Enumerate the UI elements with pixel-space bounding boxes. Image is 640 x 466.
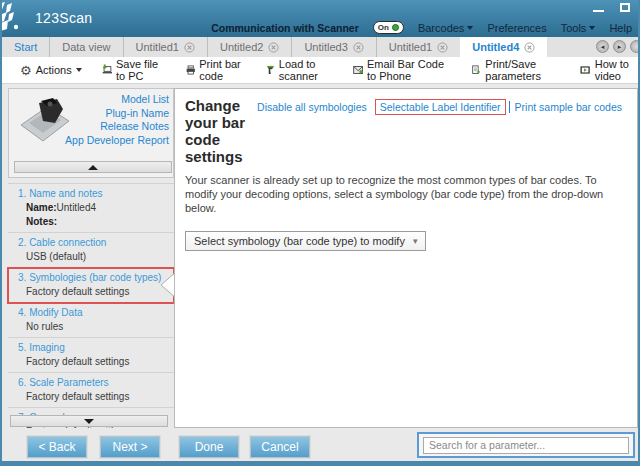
instructions-text: Your scanner is already set up to recogn… [185,173,625,215]
toggle-on-label: On [378,23,389,32]
close-icon[interactable] [268,42,279,53]
toggle-green-dot-icon [392,24,399,31]
tab-bar: Start Data view Untitled1 Untitled2 Unti… [2,37,638,57]
sidebar: Model List Plug-in Name Release Notes Ap… [4,88,174,428]
app-window: 123Scan Communication with Scanner On Ba… [0,0,640,466]
title-bar: 123Scan Communication with Scanner On Ba… [2,0,638,37]
close-icon[interactable] [437,42,448,53]
tab-scroll-left-icon[interactable]: ◂ [596,40,609,53]
maximize-icon[interactable] [620,3,630,12]
video-icon [580,64,590,76]
menu-preferences[interactable]: Preferences [487,22,546,34]
tab-data-view[interactable]: Data view [49,37,122,57]
step-scale-parameters[interactable]: 6. Scale Parameters Factory default sett… [8,373,174,408]
tab-scroll-right-icon[interactable]: ▸ [613,40,626,53]
sidebar-scroll-up-button[interactable] [14,161,172,173]
email-icon [353,64,363,76]
sidebar-links: Model List Plug-in Name Release Notes Ap… [65,93,169,147]
brand: 123Scan [2,2,92,34]
menu-bar: Communication with Scanner On Barcodes P… [211,21,632,34]
link-app-developer-report[interactable]: App Developer Report [65,134,169,148]
step-name-and-notes[interactable]: 1. Name and notes Name:Untitled4 Notes: [8,183,174,233]
tab-scroll-extra-icon[interactable] [630,40,638,53]
tab-untitled2[interactable]: Untitled2 [207,37,291,57]
sidebar-scroll-down-button[interactable] [10,415,168,427]
app-title: 123Scan [35,10,92,26]
communication-toggle[interactable]: On [373,21,404,34]
link-model-list[interactable]: Model List [65,93,169,107]
scanner-icon [266,63,275,77]
printer-icon [186,63,196,77]
scanner-info-box: Model List Plug-in Name Release Notes Ap… [8,88,174,178]
link-print-sample-bar-codes[interactable]: Print sample bar codes [509,101,627,113]
link-disable-all-symbologies[interactable]: Disable all symbologies [252,101,372,113]
step-cable-connection[interactable]: 2. Cable connection USB (default) [8,233,174,268]
tab-untitled1[interactable]: Untitled1 [123,37,207,57]
close-icon[interactable] [524,42,535,53]
tab-scroll-controls: ◂ ▸ [596,40,638,55]
toolbar: ⚙ Actions Save file to PC Print bar code [2,57,638,84]
tab-untitled3[interactable]: Untitled3 [291,37,375,57]
menu-barcodes[interactable]: Barcodes [418,22,473,34]
menu-tools[interactable]: Tools [561,22,596,34]
done-button[interactable]: Done [179,436,239,458]
print-save-parameters-button[interactable]: Print/Save parameters [472,58,560,82]
link-release-notes[interactable]: Release Notes [65,120,169,134]
save-file-to-pc-button[interactable]: Save file to PC [102,58,166,82]
link-plug-in-name[interactable]: Plug-in Name [65,107,169,121]
cancel-button[interactable]: Cancel [250,436,310,458]
chevron-down-icon [76,68,82,72]
scroll-up-icon [88,165,98,170]
gears-icon: ⚙ [20,64,32,77]
close-icon[interactable] [184,42,195,53]
back-button[interactable]: < Back [27,436,87,458]
chevron-down-icon [467,26,473,30]
window-controls [593,3,630,12]
email-bar-code-to-phone-button[interactable]: Email Bar Code to Phone [353,58,453,82]
tab-untitled4-active[interactable]: Untitled4 [460,37,547,57]
step-symbologies-selected[interactable]: 3. Symbologies (bar code types) Factory … [8,268,174,303]
save-to-pc-icon [102,63,112,77]
parameter-search-box [417,432,635,458]
link-selectable-label-identifier[interactable]: Selectable Label Identifier [375,99,506,115]
print-bar-code-button[interactable]: Print bar code [186,58,246,82]
main-panel: Change your bar code settings Disable al… [174,88,638,428]
page-title: Change your bar code settings [185,97,252,165]
main-header: Change your bar code settings Disable al… [185,97,627,165]
header-links: Disable all symbologies Selectable Label… [252,99,627,115]
tab-untitled1-b[interactable]: Untitled1 [376,37,460,57]
symbology-select[interactable]: Select symbology (bar code type) to modi… [185,231,426,251]
communication-label: Communication with Scanner [211,22,359,34]
load-to-scanner-button[interactable]: Load to scanner [266,58,333,82]
search-input[interactable] [423,437,629,454]
how-to-video-button[interactable]: How to video [580,58,638,82]
chevron-down-icon [589,26,595,30]
select-chevron-icon: ▾ [413,236,418,246]
tab-start[interactable]: Start [2,37,49,57]
zebra-logo-icon [0,2,29,34]
actions-button[interactable]: ⚙ Actions [20,64,82,77]
window-bottom-edge [2,461,638,466]
footer-bar: < Back Next > Done Cancel [2,428,638,461]
document-icon [472,63,481,77]
menu-help[interactable]: Help [609,22,632,34]
step-imaging[interactable]: 5. Imaging Factory default settings [8,338,174,373]
step-modify-data[interactable]: 4. Modify Data No rules [8,303,174,338]
minimize-icon[interactable] [593,10,604,12]
scroll-down-icon [84,419,94,424]
next-button[interactable]: Next > [100,436,160,458]
close-icon[interactable] [353,42,364,53]
